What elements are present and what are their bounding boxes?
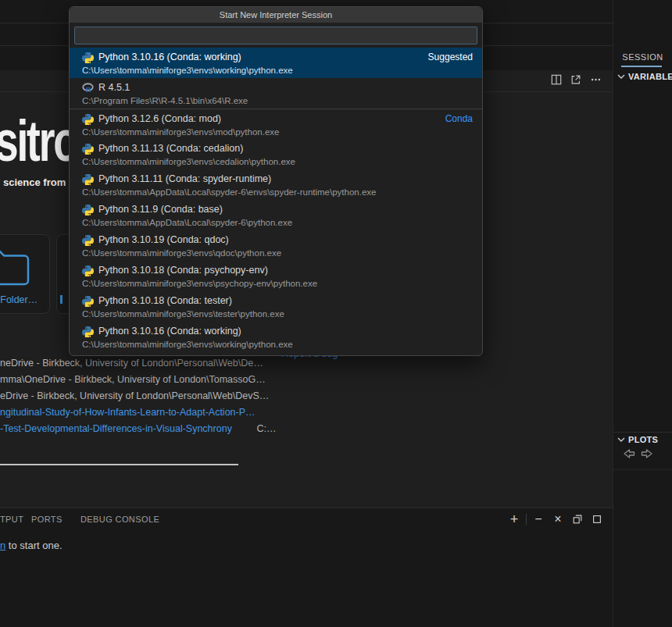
more-actions-icon[interactable] (590, 74, 602, 85)
python-icon (82, 204, 94, 216)
interpreter-item[interactable]: Python 3.10.18 (Conda: tester) C:\Users\… (70, 291, 482, 322)
interpreter-label: Python 3.10.18 (Conda: psychopy-env) (98, 265, 268, 276)
interpreter-item[interactable]: Python 3.10.16 (Conda: working) C:\Users… (70, 322, 482, 352)
restore-panel-icon[interactable] (570, 511, 585, 527)
plots-label: PLOTS (628, 435, 658, 444)
close-panel-icon[interactable]: × (550, 511, 566, 527)
recent-item[interactable]: ngitudinal-Study-of-How-Infants-Learn-to… (0, 407, 256, 418)
python-icon (82, 234, 94, 246)
conda-badge: Conda (445, 113, 473, 124)
plots-toolbar-divider (613, 469, 672, 470)
recent-item[interactable]: -Test-Developmental-Differences-in-Visua… (0, 423, 276, 434)
variables-section-header[interactable]: VARIABLES (617, 72, 672, 81)
maximize-panel-icon[interactable] (589, 511, 605, 527)
interpreter-label: Python 3.10.18 (Conda: tester) (98, 295, 232, 306)
console-empty-message: n to start one. (0, 540, 63, 551)
interpreter-label: Python 3.12.6 (Conda: mod) (98, 113, 221, 124)
python-icon (82, 52, 94, 63)
recent-link[interactable]: ngitudinal-Study-of-How-Infants-Learn-to… (0, 407, 256, 418)
interpreter-item[interactable]: Python 3.10.14 (Conda: base) (70, 352, 482, 356)
interpreter-path: C:\Users\tomma\miniforge3\envs\cedalion\… (70, 155, 482, 168)
right-sidebar: SESSION VARIABLES PLOTS (613, 0, 672, 627)
interpreter-label: R 4.5.1 (98, 82, 130, 93)
interpreter-label: Python 3.11.11 (Conda: spyder-runtime) (98, 173, 271, 184)
interpreter-path: C:\Users\tomma\miniforge3\envs\psychopy-… (70, 277, 482, 290)
python-icon (82, 295, 94, 307)
interpreter-path: C:\Users\tomma\miniforge3\envs\qdoc\pyth… (70, 247, 482, 259)
second-card-label-sliver (60, 295, 63, 304)
tab-output[interactable]: TPUT (0, 515, 23, 524)
positron-logo: sitro (0, 108, 77, 174)
tab-ports[interactable]: PORTS (31, 515, 63, 524)
minimize-panel-icon[interactable]: − (531, 511, 546, 527)
suggested-badge: Suggested (428, 52, 473, 62)
interpreter-label: Python 3.10.16 (Conda: working) (98, 52, 241, 62)
r-icon (82, 82, 94, 94)
interpreter-item[interactable]: Python 3.11.11 (Conda: spyder-runtime) C… (70, 169, 482, 200)
panel-actions-divider (526, 514, 527, 525)
tab-session[interactable]: SESSION (613, 52, 672, 62)
open-in-new-window-icon[interactable] (570, 74, 581, 85)
interpreter-item[interactable]: Python 3.12.6 (Conda: mod) Conda C:\User… (70, 109, 482, 139)
interpreter-path: C:\Program Files\R\R-4.5.1\bin\x64\R.exe (70, 94, 482, 107)
interpreter-session-dialog: Start New Interpreter Session Python 3.1… (69, 6, 483, 356)
interpreter-label: Python 3.10.16 (Conda: working) (98, 326, 241, 337)
recent-link[interactable]: -Test-Developmental-Differences-in-Visua… (0, 423, 232, 434)
interpreter-item[interactable]: Python 3.11.13 (Conda: cedalion) C:\User… (70, 139, 482, 169)
positron-tagline: science from (3, 176, 66, 188)
python-icon (82, 356, 94, 357)
interpreter-path: C:\Users\tomma\miniforge3\envs\working\p… (70, 338, 482, 351)
recent-path: eDrive - Birkbeck, University of London\… (0, 390, 269, 401)
interpreter-path: C:\Users\tomma\AppData\Local\spyder-6\py… (70, 216, 482, 229)
folder-icon (0, 244, 30, 290)
plots-section-divider (613, 432, 672, 433)
interpreter-list: Python 3.10.16 (Conda: working) Suggeste… (70, 48, 482, 356)
python-icon (82, 143, 94, 155)
split-editor-icon[interactable] (551, 74, 562, 85)
plot-back-icon[interactable] (623, 448, 635, 462)
message-rest: to start one. (5, 540, 62, 551)
interpreter-item[interactable]: R 4.5.1 C:\Program Files\R\R-4.5.1\bin\x… (70, 78, 482, 109)
chevron-down-icon (617, 437, 625, 443)
recent-item[interactable]: neDrive - Birkbeck, University of London… (0, 358, 263, 369)
recent-path: mma\OneDrive - Birkbeck, University of L… (0, 374, 266, 385)
interpreter-label: Python 3.11.9 (Conda: base) (98, 204, 223, 215)
tab-debug-console[interactable]: DEBUG CONSOLE (80, 515, 159, 524)
interpreter-path: C:\Users\tomma\miniforge3\envs\tester\py… (70, 308, 482, 320)
interpreter-path: C:\Users\tomma\miniforge3\envs\mod\pytho… (70, 126, 482, 138)
new-folder-label: w Folder… (0, 294, 49, 305)
session-active-indicator (621, 66, 662, 67)
interpreter-item[interactable]: Python 3.10.18 (Conda: psychopy-env) C:\… (70, 261, 482, 291)
interpreter-item[interactable]: Python 3.10.16 (Conda: working) Suggeste… (70, 48, 482, 78)
new-folder-card[interactable]: w Folder… (0, 234, 50, 314)
interpreter-label: Python 3.10.19 (Conda: qdoc) (98, 234, 229, 245)
bottom-panel: TPUT PORTS DEBUG CONSOLE + − × n to star… (0, 508, 613, 627)
interpreter-path: C:\Users\tomma\AppData\Local\spyder-6\en… (70, 186, 482, 198)
interpreter-label: Python 3.11.13 (Conda: cedalion) (98, 143, 243, 154)
welcome-divider (0, 464, 238, 465)
new-console-icon[interactable]: + (506, 511, 522, 527)
interpreter-search-input[interactable] (74, 27, 477, 45)
interpreter-item[interactable]: Python 3.11.9 (Conda: base) C:\Users\tom… (70, 200, 482, 230)
dialog-title: Start New Interpreter Session (70, 7, 482, 23)
python-icon (82, 265, 94, 276)
interpreter-path: C:\Users\tomma\miniforge3\envs\working\p… (70, 64, 482, 77)
recent-item[interactable]: eDrive - Birkbeck, University of London\… (0, 390, 269, 401)
plots-section-header[interactable]: PLOTS (617, 435, 658, 444)
variables-label: VARIABLES (628, 72, 672, 81)
recent-item[interactable]: mma\OneDrive - Birkbeck, University of L… (0, 374, 266, 385)
recent-path: neDrive - Birkbeck, University of London… (0, 358, 263, 369)
plot-forward-icon[interactable] (641, 448, 653, 462)
python-icon (82, 326, 94, 337)
chevron-down-icon (617, 74, 625, 80)
interpreter-item[interactable]: Python 3.10.19 (Conda: qdoc) C:\Users\to… (70, 230, 482, 261)
python-icon (82, 173, 94, 185)
python-icon (82, 113, 94, 125)
recent-path: C:… (256, 423, 276, 434)
